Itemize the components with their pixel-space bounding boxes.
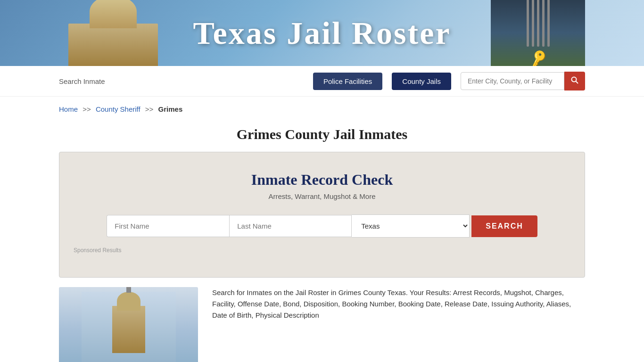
bottom-description: Search for Inmates on the Jail Roster in… [212,287,585,321]
county-jails-button[interactable]: County Jails [392,73,451,90]
bottom-section: Search for Inmates on the Jail Roster in… [0,278,644,362]
search-inmate-label: Search Inmate [59,77,105,85]
breadcrumb: Home >> County Sheriff >> Grimes [0,97,644,122]
police-facilities-button[interactable]: Police Facilities [313,73,382,90]
site-title: Texas Jail Roster [193,15,451,52]
facility-search-button[interactable] [564,72,585,90]
inmate-search-form: AlabamaAlaskaArizonaArkansasCaliforniaCo… [74,214,570,238]
svg-point-0 [572,77,577,82]
facility-search-group [461,72,585,90]
facility-search-input[interactable] [461,72,564,90]
breadcrumb-county-sheriff[interactable]: County Sheriff [96,105,140,113]
header-banner: Texas Jail Roster 🔑 [0,0,644,66]
breadcrumb-sep2: >> [145,105,154,113]
state-select[interactable]: AlabamaAlaskaArizonaArkansasCaliforniaCo… [352,214,470,238]
last-name-input[interactable] [229,215,352,237]
breadcrumb-home[interactable]: Home [59,105,78,113]
page-title: Grimes County Jail Inmates [0,126,644,142]
first-name-input[interactable] [107,215,229,237]
nav-bar: Search Inmate Police Facilities County J… [0,66,644,97]
breadcrumb-current: Grimes [158,105,183,113]
svg-line-1 [576,82,578,84]
sponsored-label: Sponsored Results [74,247,570,254]
inmate-search-heading: Inmate Record Check [74,171,570,189]
breadcrumb-sep1: >> [83,105,91,113]
inmate-search-subtitle: Arrests, Warrant, Mugshot & More [74,192,570,200]
header-right-image: 🔑 [491,0,585,66]
inmate-search-button[interactable]: SEARCH [471,215,537,237]
bottom-image [59,287,198,362]
inmate-search-section: Inmate Record Check Arrests, Warrant, Mu… [59,152,585,278]
search-icon [571,76,578,84]
